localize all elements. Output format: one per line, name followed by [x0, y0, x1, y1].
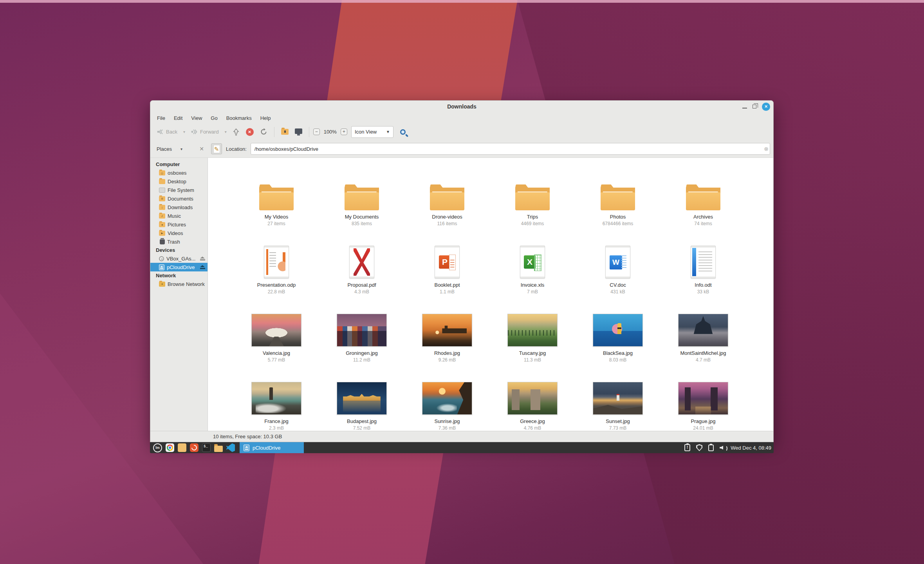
sidebar-item-downloads[interactable]: Downloads — [150, 203, 208, 212]
search-button[interactable] — [397, 127, 408, 137]
image-thumbnail — [422, 314, 472, 347]
go-up-button[interactable] — [230, 126, 242, 138]
sidebar-item-pictures[interactable]: Pictures — [150, 220, 208, 229]
titlebar[interactable]: Downloads × — [150, 101, 773, 112]
sidebar-item-videos[interactable]: Videos — [150, 229, 208, 237]
wallpaper-top-strip — [0, 0, 924, 3]
file-item-booklet-ppt[interactable]: Booklet.ppt1.1 mB — [404, 241, 490, 309]
file-item-greece-jpg[interactable]: Greece.jpg4.76 mB — [490, 377, 575, 431]
taskbar-active-task[interactable]: pCloudDrive — [240, 442, 304, 453]
file-item-groningen-jpg[interactable]: Groningen.jpg11.2 mB — [319, 309, 404, 377]
file-item-archives[interactable]: Archives74 items — [661, 173, 746, 241]
sidebar: ComputerosboxesDesktopFile SystemDocumen… — [150, 157, 208, 431]
file-item-france-jpg[interactable]: France.jpg2.3 mB — [234, 377, 319, 431]
file-item-photos[interactable]: Photos6784466 items — [575, 173, 661, 241]
minimize-button[interactable] — [742, 108, 747, 108]
image-thumbnail — [251, 382, 301, 415]
volume-icon[interactable] — [720, 444, 727, 451]
zoom-in-button[interactable]: + — [341, 128, 347, 135]
file-icon-wrap — [337, 377, 387, 415]
sidebar-item-desktop[interactable]: Desktop — [150, 177, 208, 186]
taskbar-clock[interactable]: Wed Dec 4, 08:49 — [731, 445, 774, 451]
sidebar-item-osboxes[interactable]: osboxes — [150, 168, 208, 177]
sidebar-item-label: Trash — [167, 239, 180, 245]
refresh-button[interactable] — [257, 126, 270, 138]
folder-icon[interactable] — [214, 446, 223, 452]
file-item-invoice-xls[interactable]: Invoice.xls7 mB — [490, 241, 575, 309]
view-mode-select[interactable]: Icon View ▼ — [351, 126, 393, 138]
forward-button[interactable]: Forward — [188, 127, 222, 137]
places-header: Places ▾ ✕ — [150, 146, 208, 152]
eject-icon[interactable] — [200, 257, 205, 260]
file-meta: 8.03 mB — [609, 357, 627, 363]
places-close-icon[interactable]: ✕ — [199, 146, 204, 152]
desktop-button[interactable] — [292, 128, 305, 136]
eject-icon[interactable] — [200, 265, 205, 269]
back-button[interactable]: Back — [154, 127, 180, 137]
browser-icon[interactable] — [190, 443, 199, 452]
file-icon-wrap — [251, 309, 301, 347]
stop-icon: × — [246, 128, 254, 136]
location-input[interactable] — [251, 143, 771, 155]
file-item-sunset-jpg[interactable]: Sunset.jpg7.73 mB — [575, 377, 661, 431]
file-item-budapest-jpg[interactable]: Budapest.jpg7.52 mB — [319, 377, 404, 431]
battery-icon[interactable] — [708, 445, 714, 451]
stop-button[interactable]: × — [243, 126, 256, 138]
file-item-sunrise-jpg[interactable]: Sunrise.jpg7.36 mB — [404, 377, 490, 431]
file-item-proposal-pdf[interactable]: Proposal.pdf4.3 mB — [319, 241, 404, 309]
file-item-blacksea-jpg[interactable]: BlackSea.jpg8.03 mB — [575, 309, 661, 377]
files-app-icon[interactable] — [178, 443, 186, 452]
chrome-icon[interactable] — [166, 443, 174, 452]
clear-location-icon[interactable]: ⊗ — [764, 146, 769, 152]
menu-item-view[interactable]: View — [188, 114, 206, 123]
places-label: Places — [157, 146, 172, 152]
home-folder-button[interactable] — [278, 127, 291, 137]
file-meta: 4.7 mB — [696, 357, 711, 363]
sidebar-item-trash[interactable]: Trash — [150, 237, 208, 246]
menu-item-help[interactable]: Help — [257, 114, 274, 123]
file-item-info-odt[interactable]: Info.odt33 kB — [661, 241, 746, 309]
menu-item-edit[interactable]: Edit — [170, 114, 186, 123]
file-item-montsaintmichel-jpg[interactable]: MontSaintMichel.jpg4.7 mB — [661, 309, 746, 377]
file-name: BlackSea.jpg — [603, 350, 633, 356]
back-history-caret[interactable]: ▾ — [181, 130, 188, 134]
menu-item-file[interactable]: File — [153, 114, 169, 123]
file-item-my-videos[interactable]: My Videos27 items — [234, 173, 319, 241]
menu-item-bookmarks[interactable]: Bookmarks — [223, 114, 255, 123]
sidebar-item-music[interactable]: Music — [150, 212, 208, 220]
places-dropdown-caret[interactable]: ▾ — [180, 147, 182, 151]
sidebar-item-vbox-gas[interactable]: VBox_GAs... — [150, 254, 208, 263]
file-item-valencia-jpg[interactable]: Valencia.jpg5.77 mB — [234, 309, 319, 377]
image-thumbnail — [337, 314, 387, 347]
sidebar-item-file-system[interactable]: File System — [150, 186, 208, 194]
file-item-rhodes-jpg[interactable]: Rhodes.jpg9.26 mB — [404, 309, 490, 377]
sidebar-item-pclouddrive[interactable]: pCloudDrive — [150, 263, 208, 271]
file-item-prague-jpg[interactable]: Prague.jpg24.01 mB — [661, 377, 746, 431]
close-button[interactable]: × — [762, 103, 770, 111]
sidebar-item-label: Desktop — [168, 179, 186, 184]
pictures-icon — [159, 222, 165, 227]
sidebar-item-browse-network[interactable]: Browse Network — [150, 280, 208, 288]
mint-menu-icon[interactable] — [153, 443, 162, 452]
clipboard-icon[interactable] — [684, 444, 690, 451]
vscode-icon[interactable] — [226, 443, 235, 452]
maximize-button[interactable] — [753, 105, 756, 108]
edit-location-button[interactable]: ✎ — [211, 143, 222, 154]
menu-item-go[interactable]: Go — [207, 114, 221, 123]
sidebar-item-label: Music — [168, 213, 181, 219]
file-icon-wrap — [678, 377, 728, 415]
file-item-drone-videos[interactable]: Drone-videos116 items — [404, 173, 490, 241]
terminal-icon[interactable] — [202, 443, 211, 452]
file-item-presentation-odp[interactable]: Presentation.odp22.8 mB — [234, 241, 319, 309]
file-item-tuscany-jpg[interactable]: Tuscany.jpg11.3 mB — [490, 309, 575, 377]
docs-icon — [159, 196, 165, 201]
doc-file-icon — [605, 246, 630, 278]
forward-history-caret[interactable]: ▾ — [222, 130, 229, 134]
zoom-out-button[interactable]: − — [313, 128, 320, 135]
file-item-cv-doc[interactable]: CV.doc431 kB — [575, 241, 661, 309]
file-item-my-documents[interactable]: My Documents835 items — [319, 173, 404, 241]
shield-icon[interactable] — [696, 444, 702, 451]
file-item-trips[interactable]: Trips4469 items — [490, 173, 575, 241]
sidebar-item-documents[interactable]: Documents — [150, 194, 208, 203]
file-meta: 116 items — [437, 221, 457, 226]
